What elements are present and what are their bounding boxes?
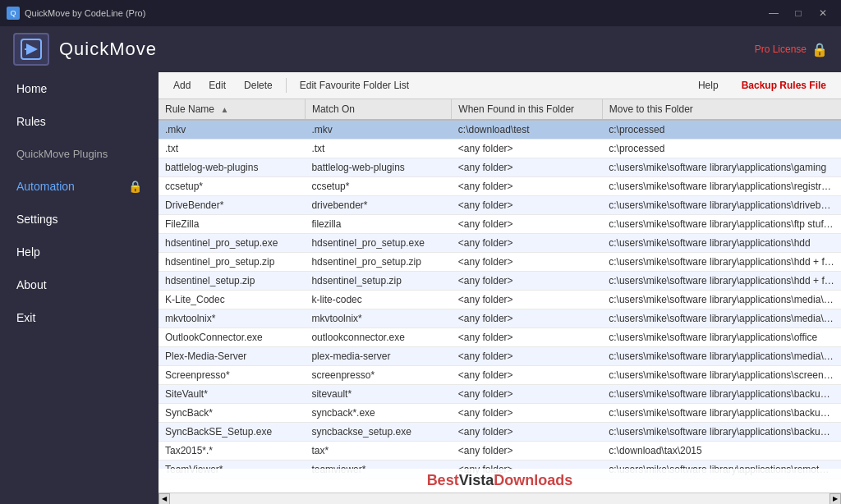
toolbar-left: Add Edit Delete Edit Favourite Folder Li… (165, 77, 417, 94)
move-to-cell: c:\users\mike\software library\applicati… (602, 423, 841, 442)
match-on-cell: mkvtoolnix* (305, 309, 451, 328)
backup-button[interactable]: Backup Rules File (733, 77, 834, 94)
match-on-cell: drivebender* (305, 196, 451, 215)
table-row[interactable]: hdsentinel_pro_setup.exehdsentinel_pro_s… (159, 234, 841, 253)
match-on-cell: screenpresso* (305, 366, 451, 385)
sidebar-item-rules[interactable]: Rules (0, 105, 159, 138)
title-bar-left: Q QuickMove by CodeLine (Pro) (7, 7, 145, 20)
lock-icon: 🔒 (811, 42, 828, 57)
table-row[interactable]: .mkv.mkvc:\download\testc:\processed (159, 120, 841, 140)
when-found-cell: <any folder> (452, 404, 602, 423)
move-to-cell: c:\users\mike\software library\applicati… (602, 309, 841, 328)
move-to-cell: c:\users\mike\software library\applicati… (602, 328, 841, 347)
move-to-cell: c:\users\mike\software library\applicati… (602, 404, 841, 423)
move-to-cell: c:\processed (602, 120, 841, 140)
table-row[interactable]: SiteVault*sitevault*<any folder>c:\users… (159, 385, 841, 404)
main-content: Home Rules QuickMove Plugins Automation … (0, 72, 841, 504)
col-when-found: When Found in this Folder (452, 99, 602, 120)
table-row[interactable]: Plex-Media-Serverplex-media-server<any f… (159, 347, 841, 366)
svg-marker-1 (26, 44, 38, 55)
table-row[interactable]: K-Lite_Codeck-lite-codec<any folder>c:\u… (159, 291, 841, 309)
edit-favourite-button[interactable]: Edit Favourite Folder List (292, 77, 417, 94)
when-found-cell: <any folder> (452, 196, 602, 215)
match-on-cell: .mkv (305, 120, 451, 140)
col-when-found-label: When Found in this Folder (458, 103, 574, 115)
when-found-cell: <any folder> (452, 442, 602, 460)
scroll-left-button[interactable]: ◀ (159, 493, 170, 505)
move-to-cell: c:\users\mike\software library\applicati… (602, 272, 841, 291)
table-row[interactable]: battlelog-web-pluginsbattlelog-web-plugi… (159, 158, 841, 177)
move-to-cell: c:\users\mike\software library\applicati… (602, 291, 841, 309)
sidebar-item-about[interactable]: About (0, 268, 159, 301)
add-button[interactable]: Add (165, 77, 199, 94)
table-header: Rule Name ▲ Match On When Found in this … (159, 99, 841, 120)
rule-name-cell: Screenpresso* (159, 366, 305, 385)
move-to-cell: c:\users\mike\software library\applicati… (602, 158, 841, 177)
col-match-on-label: Match On (312, 103, 355, 115)
table-row[interactable]: SyncBackSE_Setup.exesyncbackse_setup.exe… (159, 423, 841, 442)
table-row[interactable]: DriveBender*drivebender*<any folder>c:\u… (159, 196, 841, 215)
table-row[interactable]: hdsentinel_pro_setup.ziphdsentinel_pro_s… (159, 253, 841, 272)
sidebar-item-plugins[interactable]: QuickMove Plugins (0, 138, 159, 170)
horizontal-scrollbar[interactable]: ◀ ▶ (159, 493, 841, 504)
table-row[interactable]: FileZillafilezilla<any folder>c:\users\m… (159, 215, 841, 234)
sidebar-home-label: Home (16, 82, 47, 95)
col-move-to-label: Move to this Folder (609, 103, 693, 115)
help-button[interactable]: Help (690, 77, 727, 94)
title-bar: Q QuickMove by CodeLine (Pro) — □ ✕ (0, 0, 841, 26)
rule-name-cell: FileZilla (159, 215, 305, 234)
table-body: .mkv.mkvc:\download\testc:\processed.txt… (159, 120, 841, 479)
sidebar-plugins-label: QuickMove Plugins (16, 148, 108, 160)
move-to-cell: c:\users\mike\software library\applicati… (602, 215, 841, 234)
move-to-cell: c:\users\mike\software library\applicati… (602, 253, 841, 272)
rule-name-cell: SiteVault* (159, 385, 305, 404)
sidebar-item-settings[interactable]: Settings (0, 203, 159, 236)
app-window: QuickMove Pro License 🔒 Home Rules Quick… (0, 26, 841, 504)
rules-table-container[interactable]: Rule Name ▲ Match On When Found in this … (159, 99, 841, 493)
table-row[interactable]: .txt.txt<any folder>c:\processed (159, 140, 841, 158)
sidebar-item-exit[interactable]: Exit (0, 301, 159, 334)
sidebar-item-home[interactable]: Home (0, 72, 159, 105)
rule-name-cell: Plex-Media-Server (159, 347, 305, 366)
watermark-text: BestVistaDownloads (427, 472, 573, 488)
title-bar-text: QuickMove by CodeLine (Pro) (25, 8, 145, 18)
app-header: QuickMove Pro License 🔒 (0, 26, 841, 72)
table-row[interactable]: mkvtoolnix*mkvtoolnix*<any folder>c:\use… (159, 309, 841, 328)
match-on-cell: ccsetup* (305, 177, 451, 196)
close-button[interactable]: ✕ (811, 5, 834, 21)
toolbar-divider (286, 78, 287, 93)
maximize-button[interactable]: □ (787, 5, 810, 21)
watermark-downloads: Downloads (494, 472, 572, 488)
sidebar-item-help[interactable]: Help (0, 236, 159, 268)
rule-name-cell: hdsentinel_pro_setup.zip (159, 253, 305, 272)
table-row[interactable]: SyncBack*syncback*.exe<any folder>c:\use… (159, 404, 841, 423)
scroll-right-button[interactable]: ▶ (830, 493, 841, 505)
sidebar-exit-label: Exit (16, 311, 35, 324)
rule-name-cell: K-Lite_Codec (159, 291, 305, 309)
rule-name-cell: OutlookConnector.exe (159, 328, 305, 347)
content-area: Add Edit Delete Edit Favourite Folder Li… (159, 72, 841, 504)
table-row[interactable]: hdsentinel_setup.ziphdsentinel_setup.zip… (159, 272, 841, 291)
when-found-cell: <any folder> (452, 234, 602, 253)
sidebar: Home Rules QuickMove Plugins Automation … (0, 72, 159, 504)
edit-button[interactable]: Edit (200, 77, 234, 94)
table-row[interactable]: ccsetup*ccsetup*<any folder>c:\users\mik… (159, 177, 841, 196)
match-on-cell: battlelog-web-plugins (305, 158, 451, 177)
col-move-to: Move to this Folder (602, 99, 841, 120)
match-on-cell: hdsentinel_pro_setup.exe (305, 234, 451, 253)
app-logo (13, 33, 49, 66)
when-found-cell: <any folder> (452, 272, 602, 291)
sidebar-item-automation[interactable]: Automation 🔒 (0, 170, 159, 203)
table-row[interactable]: Tax2015*.*tax*<any folder>c:\download\ta… (159, 442, 841, 460)
rule-name-cell: Tax2015*.* (159, 442, 305, 460)
delete-button[interactable]: Delete (236, 77, 281, 94)
toolbar: Add Edit Delete Edit Favourite Folder Li… (159, 72, 841, 99)
when-found-cell: c:\download\test (452, 120, 602, 140)
when-found-cell: <any folder> (452, 385, 602, 404)
match-on-cell: sitevault* (305, 385, 451, 404)
table-row[interactable]: OutlookConnector.exeoutlookconnector.exe… (159, 328, 841, 347)
sidebar-help-label: Help (16, 245, 40, 259)
minimize-button[interactable]: — (762, 5, 785, 21)
pro-license-label: Pro License (755, 44, 807, 55)
table-row[interactable]: Screenpresso*screenpresso*<any folder>c:… (159, 366, 841, 385)
